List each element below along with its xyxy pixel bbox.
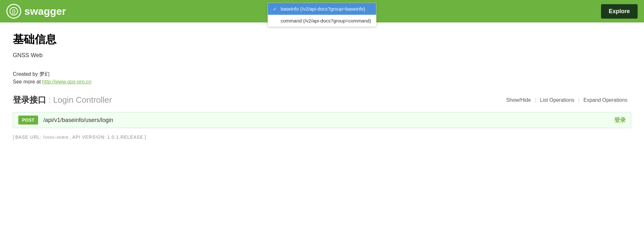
see-more-label: See more at (13, 79, 42, 84)
see-more-link[interactable]: http://www.gps-pro.cn (42, 79, 92, 84)
footer-info: [ BASE URL: /gnss-admin , API VERSION: 1… (13, 135, 631, 140)
controller-title-separator: : (46, 95, 53, 105)
header-logo: {} swagger (6, 4, 66, 19)
page-title: 基础信息 (13, 32, 631, 47)
dropdown-item-baseinfo-label: baseinfo (/v2/api-docs?group=baseinfo) (281, 6, 365, 12)
dropdown-item-baseinfo[interactable]: ✓ baseinfo (/v2/api-docs?group=baseinfo) (268, 3, 376, 15)
subtitle: GNSS Web (13, 52, 631, 59)
controller-header: 登录接口 : Login Controller Show/Hide | List… (13, 94, 631, 108)
api-version-label: API VERSION: (72, 135, 106, 140)
see-more: See more at http://www.gps-pro.cn (13, 79, 631, 85)
api-group-dropdown[interactable]: ✓ baseinfo (/v2/api-docs?group=baseinfo)… (268, 3, 376, 27)
created-by: Created by 梦幻 (13, 71, 631, 78)
controller-title: 登录接口 : Login Controller (13, 94, 112, 106)
method-badge: POST (18, 116, 38, 125)
api-path: /api/v1/baseinfo/users/login (43, 117, 614, 124)
svg-text:{}: {} (12, 9, 16, 14)
dropdown-item-command-label: command (/v2/api-docs?group=command) (281, 18, 371, 23)
base-url-value: /gnss-admin (43, 135, 69, 140)
list-operations-action[interactable]: List Operations (536, 97, 578, 103)
swagger-logo-icon: {} (6, 4, 21, 19)
explore-button[interactable]: Explore (601, 4, 638, 19)
api-description: 登录 (614, 116, 626, 124)
controller-title-english: Login Controller (53, 95, 112, 105)
show-hide-action[interactable]: Show/Hide (502, 97, 535, 103)
base-url-label: BASE URL: (15, 135, 42, 140)
api-version-value: 1.0.1.RELEASE (107, 135, 144, 140)
expand-operations-action[interactable]: Expand Operations (580, 97, 631, 103)
header: {} swagger ✓ baseinfo (/v2/api-docs?grou… (0, 0, 644, 22)
controller-title-chinese: 登录接口 (13, 95, 46, 105)
swagger-logo-text: swagger (24, 5, 66, 17)
dropdown-menu: ✓ baseinfo (/v2/api-docs?group=baseinfo)… (268, 3, 376, 27)
dropdown-item-command[interactable]: command (/v2/api-docs?group=command) (268, 15, 376, 27)
controller-actions: Show/Hide | List Operations | Expand Ope… (502, 97, 631, 103)
check-icon: ✓ (273, 6, 278, 12)
api-row[interactable]: POST /api/v1/baseinfo/users/login 登录 (13, 112, 631, 128)
main-content: 基础信息 GNSS Web Created by 梦幻 See more at … (0, 22, 644, 149)
